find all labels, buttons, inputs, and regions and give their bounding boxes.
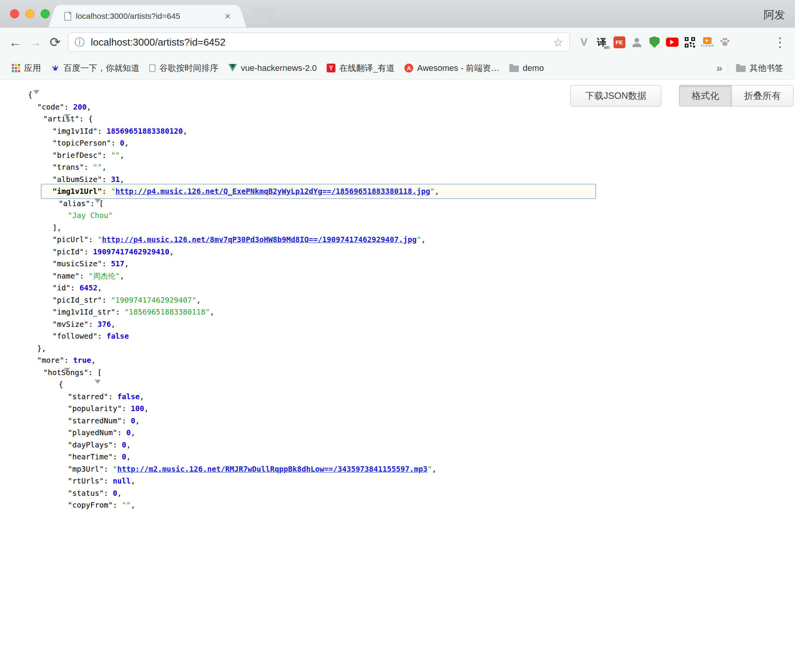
browser-tab[interactable]: localhost:3000/artists?id=645 × [57, 5, 237, 27]
json-token-pun: , [124, 259, 129, 268]
json-token-str: "19097417462929407" [111, 296, 196, 305]
page-favicon [64, 12, 71, 21]
bookmarks-overflow-icon[interactable]: » [714, 62, 725, 74]
tab-strip: localhost:3000/artists?id=645 × 阿发 [0, 0, 795, 28]
bookmark-vue-hackernews[interactable]: vue-hackernews-2.0 [223, 63, 322, 73]
json-token-key: "rtUrls" [68, 477, 104, 485]
browser-menu-icon[interactable]: ⋮ [770, 34, 790, 50]
json-token-pun: , [131, 501, 135, 510]
browser-profile-name[interactable]: 阿发 [764, 8, 785, 22]
json-token-num: 517 [111, 259, 124, 268]
json-token-pun: : [104, 489, 113, 498]
bookmark-star-icon[interactable]: ☆ [553, 36, 563, 49]
page-icon [149, 64, 155, 72]
json-token-str: " [113, 465, 117, 474]
folder-icon [509, 66, 519, 72]
json-line: "status": 0, [0, 487, 795, 500]
json-token-num: 18569651883380120 [106, 127, 183, 136]
player-extension-icon[interactable]: PLAYER [698, 33, 716, 51]
person-icon [631, 36, 643, 48]
youtube-extension-icon[interactable] [663, 33, 681, 51]
bookmark-demo-folder[interactable]: demo [504, 63, 549, 73]
gray-v-extension-icon[interactable]: V [575, 33, 593, 51]
json-token-pun: : [70, 284, 79, 292]
json-token-key: "dayPlays" [68, 441, 113, 449]
json-token-str: " [427, 465, 432, 474]
json-url-link[interactable]: http://p4.music.126.net/8mv7qP30Pd3oHW8b… [102, 235, 417, 244]
download-json-button[interactable]: 下载JSON数据 [570, 85, 661, 107]
json-token-key: "mvSize" [52, 320, 88, 329]
json-token-key: "picId" [52, 247, 84, 256]
json-token-pun: : [88, 235, 97, 244]
json-token-pun: : [113, 452, 121, 461]
profile-extension-icon[interactable] [628, 33, 646, 51]
json-line: "starredNum": 0, [0, 415, 795, 427]
json-token-key: "starredNum" [68, 416, 122, 425]
json-token-num: 0 [120, 139, 124, 148]
url-text[interactable]: localhost:3000/artists?id=6452 [91, 36, 553, 48]
new-tab-button[interactable] [246, 7, 275, 24]
json-token-pun: , [196, 296, 201, 305]
page-info-icon[interactable]: ⓘ [75, 36, 85, 49]
json-line: "picId": 19097417462929410, [0, 246, 795, 258]
json-line: "trans": "", [0, 161, 795, 174]
qrcode-extension-icon[interactable] [681, 33, 698, 51]
apps-grid-icon [12, 64, 20, 72]
translate-extension-icon[interactable]: 译 en [593, 33, 610, 51]
json-token-num: 31 [111, 175, 120, 184]
json-token-pun: , [87, 103, 91, 111]
json-token-pun: : [122, 404, 131, 413]
forward-icon: → [25, 35, 45, 50]
json-line-highlighted: "img1v1Url": "http://p4.music.126.net/Q_… [41, 185, 596, 198]
json-line: "mvSize": 376, [0, 318, 795, 331]
navigation-bar: ← → ⟳ ⓘ localhost:3000/artists?id=6452 ☆… [0, 28, 795, 57]
reload-icon[interactable]: ⟳ [45, 34, 65, 50]
json-line: "briefDesc": "", [0, 149, 795, 162]
collapse-all-button[interactable]: 折叠所有 [732, 85, 793, 107]
json-token-pun: : [84, 163, 93, 172]
bookmark-awesomes[interactable]: A Awesomes - 前端资… [399, 62, 504, 74]
json-token-str: "18569651883380118" [124, 308, 210, 316]
json-url-link[interactable]: http://p4.music.126.net/Q_ExePNkmqB2yWyL… [115, 187, 430, 196]
json-token-pun: : [104, 465, 113, 474]
format-button[interactable]: 格式化 [679, 85, 732, 107]
json-token-str: "周杰伦" [88, 272, 120, 280]
bookmarks-divider [728, 62, 728, 75]
tab-close-icon[interactable]: × [225, 10, 231, 22]
address-bar[interactable]: ⓘ localhost:3000/artists?id=6452 ☆ [68, 33, 570, 52]
json-line: "picUrl": "http://p4.music.126.net/8mv7q… [0, 234, 795, 246]
json-token-key: "mp3Url" [68, 465, 104, 474]
page-content: 下载JSON数据 格式化 折叠所有 {"code": 200,"artist":… [0, 80, 795, 672]
bookmark-youdao-translate[interactable]: Y 在线翻译_有道 [322, 62, 399, 74]
vue-logo-icon [228, 64, 237, 72]
view-mode-toggle: 格式化 折叠所有 [679, 85, 793, 107]
json-token-key: "copyFrom" [68, 501, 113, 510]
json-line: "hotSongs": [ [0, 367, 795, 379]
json-token-pun: , [124, 139, 129, 148]
json-token-pun: : [113, 441, 121, 449]
shield-extension-icon[interactable] [646, 33, 663, 51]
fullscreen-window-button[interactable] [41, 9, 50, 18]
json-token-pun: : [64, 103, 73, 111]
bookmark-baidu[interactable]: 百度一下，你就知道 [46, 62, 144, 74]
other-bookmarks-folder[interactable]: 其他书签 [731, 62, 788, 74]
json-token-key: "popularity" [68, 404, 122, 413]
json-line: { [0, 379, 795, 391]
close-window-button[interactable] [10, 9, 19, 18]
json-line: "alias": [ [0, 198, 795, 210]
json-line: "id": 6452, [0, 282, 795, 294]
json-url-link[interactable]: http://m2.music.126.net/RMJR7wDullRqppBk… [117, 465, 427, 474]
back-icon[interactable]: ← [5, 35, 25, 50]
bookmark-apps[interactable]: 应用 [7, 62, 46, 74]
json-token-num: 0 [113, 489, 117, 498]
json-line: "picId_str": "19097417462929407", [0, 294, 795, 306]
paw-extension-icon[interactable] [716, 33, 734, 51]
fehelper-extension-icon[interactable]: FE [610, 33, 628, 51]
bookmark-google-sort[interactable]: 谷歌按时间排序 [144, 62, 223, 74]
json-token-pun: : [79, 272, 88, 280]
json-token-key: "code" [37, 103, 64, 111]
json-token-str: " [111, 187, 116, 196]
json-token-bool: false [106, 332, 129, 341]
json-token-pun: , [126, 452, 131, 461]
minimize-window-button[interactable] [25, 9, 34, 18]
